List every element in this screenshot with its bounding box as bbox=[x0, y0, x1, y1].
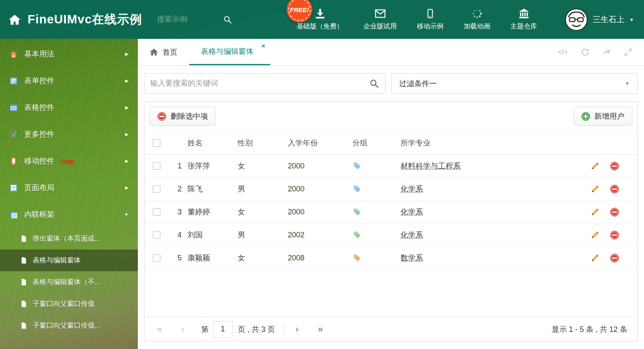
tag-icon bbox=[352, 185, 401, 194]
table-row: 3 董婷婷 女 2000 化学系 bbox=[145, 201, 637, 224]
major-link[interactable]: 数学系 bbox=[401, 254, 423, 262]
next-page-button[interactable]: › bbox=[293, 325, 301, 334]
keyword-search-box bbox=[144, 73, 385, 94]
sidebar-subitem-grid-edit-window-2[interactable]: 表格与编辑窗体（不... bbox=[0, 271, 138, 293]
first-page-button[interactable]: « bbox=[155, 325, 165, 334]
sidebar-item-mobile-controls[interactable]: 移动控件 Corp. ▶ bbox=[0, 148, 138, 174]
column-entrance-year[interactable]: 入学年份 bbox=[288, 138, 352, 148]
app-title: FineUIMvc在线示例 bbox=[28, 11, 142, 28]
tab-grid-edit-window[interactable]: 表格与编辑窗体 × bbox=[189, 39, 270, 65]
brand[interactable]: FineUIMvc在线示例 bbox=[8, 11, 142, 28]
major-link[interactable]: 化学系 bbox=[401, 231, 423, 239]
major-link[interactable]: 化学系 bbox=[401, 185, 423, 193]
sidebar-item-basic-usage[interactable]: 基本用法 ▶ bbox=[0, 41, 138, 67]
sidebar-item-label: 表格控件 bbox=[24, 102, 54, 112]
delete-row-icon[interactable] bbox=[610, 162, 619, 171]
prev-page-button[interactable]: ‹ bbox=[179, 325, 187, 334]
delete-row-icon[interactable] bbox=[610, 231, 619, 239]
tab-home[interactable]: 首页 bbox=[138, 39, 189, 65]
sidebar-item-page-layout[interactable]: 页面布局 ▶ bbox=[0, 174, 138, 201]
caret-down-icon: ▼ bbox=[625, 81, 630, 87]
chevron-down-icon: ▼ bbox=[124, 212, 129, 217]
search-icon[interactable] bbox=[223, 15, 232, 24]
sidebar-subitem-label: 子窗口向父窗口传值 bbox=[33, 299, 95, 308]
user-menu[interactable]: 三生石上 ▼ bbox=[565, 8, 634, 31]
grid-panel: 删除选中项 新增用户 姓名 性别 入学年份 分组 所学专业 bbox=[144, 101, 638, 341]
tab-strip: 首页 表格与编辑窗体 × </> bbox=[138, 39, 644, 66]
row-checkbox[interactable] bbox=[153, 231, 160, 239]
sidebar-subitem-grid-edit-window[interactable]: 表格与编辑窗体 bbox=[0, 250, 138, 271]
row-checkbox[interactable] bbox=[153, 162, 160, 170]
edit-icon[interactable] bbox=[591, 162, 599, 171]
corp-badge: Corp. bbox=[61, 158, 75, 164]
cell-gender: 女 bbox=[238, 161, 288, 171]
sidebar-subitem-child-to-parent[interactable]: 子窗口向父窗口传值 bbox=[0, 293, 138, 315]
edit-icon[interactable] bbox=[591, 231, 599, 239]
tag-icon bbox=[352, 208, 401, 217]
keyword-search-input[interactable] bbox=[150, 79, 369, 88]
table-row: 4 刘国 男 2002 化学系 bbox=[145, 224, 637, 247]
sidebar: 基本用法 ▶ 表单控件 ▶ 表格控件 ▶ 更多控件 ▶ bbox=[0, 39, 138, 349]
select-all-checkbox[interactable] bbox=[153, 139, 160, 147]
chevron-right-icon: ▶ bbox=[125, 132, 129, 137]
row-checkbox[interactable] bbox=[153, 208, 160, 216]
sidebar-item-inline-frame[interactable]: 内联框架 ▼ bbox=[0, 201, 138, 228]
record-summary: 显示 1 - 5 条 , 共 12 条 bbox=[552, 324, 627, 334]
envelope-icon bbox=[374, 8, 386, 19]
row-checkbox[interactable] bbox=[153, 254, 160, 262]
sidebar-item-form-controls[interactable]: 表单控件 ▶ bbox=[0, 67, 138, 94]
nav-loading-animation[interactable]: 加载动画 bbox=[454, 8, 500, 31]
search-icon[interactable] bbox=[369, 79, 379, 89]
delete-row-icon[interactable] bbox=[610, 254, 619, 262]
chevron-right-icon: ▶ bbox=[125, 158, 129, 164]
edit-icon[interactable] bbox=[591, 185, 599, 194]
close-icon[interactable]: × bbox=[261, 42, 265, 49]
row-index: 3 bbox=[169, 208, 188, 217]
nav-enterprise-trial[interactable]: 企业版试用 bbox=[353, 8, 407, 31]
page-number-input[interactable] bbox=[213, 321, 233, 338]
row-checkbox[interactable] bbox=[153, 185, 160, 193]
cell-name: 张萍萍 bbox=[188, 161, 238, 171]
delete-row-icon[interactable] bbox=[610, 185, 619, 194]
spinner-icon bbox=[472, 8, 483, 19]
nav-mobile-demo[interactable]: 移动示例 bbox=[407, 8, 454, 31]
major-link[interactable]: 材料科学与工程系 bbox=[401, 162, 461, 170]
layout-icon bbox=[9, 183, 18, 192]
column-group[interactable]: 分组 bbox=[352, 138, 401, 148]
column-gender[interactable]: 性别 bbox=[238, 138, 288, 148]
pagination-bar: « ‹ 第 页 , 共 3 页 › » 显示 1 - 5 条 , 共 12 条 bbox=[145, 317, 637, 341]
nav-label: 主题仓库 bbox=[510, 22, 537, 31]
grid-toolbar: 删除选中项 新增用户 bbox=[145, 102, 637, 131]
home-icon[interactable] bbox=[8, 13, 21, 26]
expand-icon[interactable] bbox=[624, 48, 632, 56]
top-header: FineUIMvc在线示例 FREE! 基础版（免费） 企业版试用 移动示例 bbox=[0, 0, 644, 39]
mobile-icon bbox=[9, 157, 18, 166]
sidebar-item-grid-controls[interactable]: 表格控件 ▶ bbox=[0, 94, 138, 121]
major-link[interactable]: 化学系 bbox=[401, 208, 423, 216]
sidebar-subitem-popup-window[interactable]: 弹出窗体（本页面或... bbox=[0, 228, 138, 250]
sidebar-item-more-controls[interactable]: 更多控件 ▶ bbox=[0, 121, 138, 148]
nav-label: 加载动画 bbox=[464, 22, 490, 31]
cell-name: 康颖颖 bbox=[188, 253, 238, 263]
nav-theme-store[interactable]: 主题仓库 bbox=[500, 8, 547, 31]
delete-row-icon[interactable] bbox=[610, 208, 619, 217]
nav-label: 基础版（免费） bbox=[297, 22, 343, 31]
tab-tools: </> bbox=[558, 39, 644, 65]
code-icon[interactable]: </> bbox=[558, 48, 568, 56]
file-icon bbox=[20, 322, 28, 329]
refresh-icon[interactable] bbox=[581, 48, 590, 57]
row-index: 4 bbox=[169, 231, 188, 239]
column-name[interactable]: 姓名 bbox=[188, 138, 238, 148]
header-search-input[interactable] bbox=[157, 15, 220, 24]
sidebar-subitem-child-to-parent-2[interactable]: 子窗口向父窗口传值... bbox=[0, 315, 138, 336]
edit-icon[interactable] bbox=[591, 208, 599, 217]
last-page-button[interactable]: » bbox=[315, 325, 325, 334]
delete-selected-button[interactable]: 删除选中项 bbox=[150, 107, 216, 126]
edit-icon[interactable] bbox=[591, 254, 599, 262]
filter-dropdown[interactable]: 过滤条件一 ▼ bbox=[391, 73, 638, 94]
share-icon[interactable] bbox=[602, 48, 611, 57]
cell-year: 2002 bbox=[288, 231, 352, 239]
column-major[interactable]: 所学专业 bbox=[401, 138, 591, 148]
content: 过滤条件一 ▼ 删除选中项 新增用户 bbox=[138, 66, 644, 349]
add-user-button[interactable]: 新增用户 bbox=[573, 107, 632, 126]
